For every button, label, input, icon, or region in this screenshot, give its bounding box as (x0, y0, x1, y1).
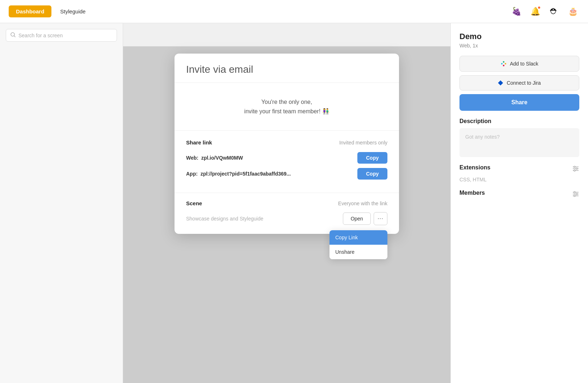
svg-line-1 (14, 36, 15, 37)
description-placeholder: Got any notes? (465, 134, 500, 140)
more-options-button[interactable]: ··· (374, 212, 387, 225)
project-name: Demo (459, 32, 579, 41)
invite-modal: Invite via email You're the only one, in… (175, 54, 399, 234)
description-area[interactable]: Got any notes? (459, 128, 579, 157)
extensions-row: Extensions (459, 164, 579, 174)
scene-buttons: Open ··· (343, 212, 387, 225)
notifications-icon[interactable]: 🔔 (529, 5, 542, 18)
svg-rect-4 (505, 63, 506, 64)
invite-message: You're the only one, invite your first t… (244, 97, 329, 116)
unshare-option[interactable]: Unshare (329, 245, 387, 259)
share-link-label: Share link (186, 139, 212, 146)
copy-app-button[interactable]: Copy (357, 168, 387, 180)
scene-access: Everyone with the link (338, 201, 387, 206)
showcase-row: Showcase designs and Styleguide Open ··· (186, 212, 387, 225)
connect-to-jira-button[interactable]: Connect to Jira (459, 75, 579, 91)
svg-point-15 (574, 192, 575, 193)
svg-point-17 (574, 195, 575, 197)
modal-share-link-section: Share link Invited members only Web: zpl… (175, 131, 399, 193)
help-icon[interactable]: ⛑ (547, 5, 560, 18)
svg-point-16 (576, 193, 578, 195)
description-title: Description (459, 118, 579, 125)
add-to-slack-button[interactable]: Add to Slack (459, 56, 579, 72)
dashboard-tab[interactable]: Dashboard (9, 5, 51, 17)
center-area: Invite via email You're the only one, in… (123, 23, 450, 383)
main-layout: Search for a screen Invite via email You… (0, 23, 588, 383)
share-link-row: Share link Invited members only (186, 139, 387, 146)
modal-overlay: Invite via email You're the only one, in… (123, 46, 450, 383)
project-meta: Web, 1x (459, 43, 579, 49)
grape-icon[interactable]: 🍇 (510, 5, 523, 18)
share-link-access: Invited members only (339, 140, 387, 146)
web-url: zpl.io/VQwM0MW (201, 155, 243, 161)
modal-header: Invite via email (175, 54, 399, 83)
search-box[interactable]: Search for a screen (6, 29, 117, 42)
web-label: Web: (186, 155, 198, 161)
svg-point-9 (574, 166, 575, 168)
nav-right: 🍇 🔔 ⛑ 🎂 (510, 5, 579, 18)
scene-label: Scene (186, 200, 202, 206)
svg-rect-5 (503, 65, 504, 66)
app-url: zpl://project?pid=5f1faac9abaffd369... (201, 171, 291, 177)
user-avatar[interactable]: 🎂 (566, 5, 579, 18)
copy-link-option[interactable]: Copy Link (329, 230, 387, 245)
extensions-value: CSS, HTML (459, 177, 579, 182)
notification-badge (537, 6, 541, 9)
app-label: App: (186, 171, 198, 177)
slack-icon (500, 60, 507, 67)
web-link-text: Web: zpl.io/VQwM0MW (186, 155, 243, 161)
scene-dropdown-menu: Copy Link Unshare (329, 230, 387, 259)
scene-row: Scene Everyone with the link (186, 200, 387, 206)
add-to-slack-label: Add to Slack (510, 61, 538, 67)
left-sidebar: Search for a screen (0, 23, 123, 383)
search-placeholder: Search for a screen (18, 33, 63, 38)
connect-jira-label: Connect to Jira (507, 80, 541, 86)
search-icon (10, 32, 16, 38)
nav-left: Dashboard Styleguide (9, 5, 90, 17)
svg-point-11 (574, 170, 575, 171)
svg-point-10 (576, 168, 578, 169)
svg-rect-3 (503, 61, 504, 63)
app-link-text: App: zpl://project?pid=5f1faac9abaffd369… (186, 171, 291, 177)
web-link-row: Web: zpl.io/VQwM0MW Copy (186, 152, 387, 164)
modal-title: Invite via email (186, 64, 387, 75)
members-filter-icon[interactable] (572, 191, 579, 199)
modal-scene-section: Scene Everyone with the link Showcase de… (175, 193, 399, 234)
open-scene-button[interactable]: Open (343, 212, 370, 225)
members-row: Members (459, 190, 579, 200)
more-dots-icon: ··· (378, 215, 383, 222)
right-panel: Demo Web, 1x Add to Slack Connect to Jir… (450, 23, 588, 383)
share-button[interactable]: Share (459, 94, 579, 111)
jira-icon (498, 80, 503, 85)
extensions-title: Extensions (459, 164, 490, 171)
styleguide-tab[interactable]: Styleguide (56, 5, 90, 17)
modal-body-top: You're the only one, invite your first t… (175, 83, 399, 131)
copy-web-button[interactable]: Copy (357, 152, 387, 164)
members-title: Members (459, 190, 485, 196)
showcase-text: Showcase designs and Styleguide (186, 216, 263, 222)
top-nav: Dashboard Styleguide 🍇 🔔 ⛑ 🎂 (0, 0, 588, 23)
app-link-row: App: zpl://project?pid=5f1faac9abaffd369… (186, 168, 387, 180)
svg-rect-2 (501, 63, 503, 64)
extensions-filter-icon[interactable] (572, 166, 579, 173)
